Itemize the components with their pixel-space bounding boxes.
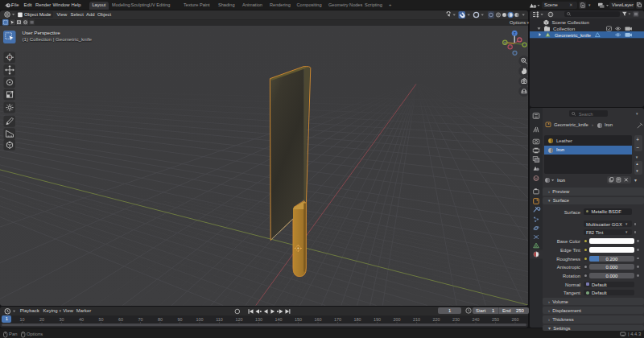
svg-text:100: 100 (196, 317, 204, 322)
svg-text:220: 220 (433, 317, 440, 322)
svg-text:260: 260 (512, 317, 519, 322)
svg-text:110: 110 (216, 317, 223, 322)
svg-text:90: 90 (178, 317, 183, 322)
svg-text:140: 140 (275, 317, 283, 322)
svg-text:150: 150 (295, 317, 302, 322)
svg-text:190: 190 (374, 317, 381, 322)
svg-text:30: 30 (60, 317, 64, 322)
svg-text:200: 200 (394, 317, 401, 322)
svg-text:z: z (514, 31, 516, 35)
svg-text:60: 60 (118, 317, 123, 322)
svg-text:160: 160 (315, 317, 322, 322)
svg-text:180: 180 (354, 317, 361, 322)
svg-text:10: 10 (20, 317, 25, 322)
svg-text:170: 170 (334, 317, 341, 322)
svg-text:Geometric_knife: Geometric_knife (555, 31, 592, 37)
svg-text:50: 50 (99, 317, 104, 322)
svg-text:130: 130 (255, 317, 262, 322)
svg-text:210: 210 (413, 317, 420, 322)
svg-text:40: 40 (79, 317, 84, 322)
svg-text:20: 20 (39, 317, 44, 322)
svg-text:Collection: Collection (553, 26, 576, 31)
svg-text:230: 230 (452, 317, 460, 322)
svg-text:250: 250 (492, 317, 499, 322)
svg-text:120: 120 (236, 317, 243, 322)
svg-text:240: 240 (473, 317, 480, 322)
svg-text:Scene Collection: Scene Collection (552, 19, 590, 25)
svg-text:80: 80 (158, 317, 163, 322)
svg-text:70: 70 (138, 317, 143, 322)
